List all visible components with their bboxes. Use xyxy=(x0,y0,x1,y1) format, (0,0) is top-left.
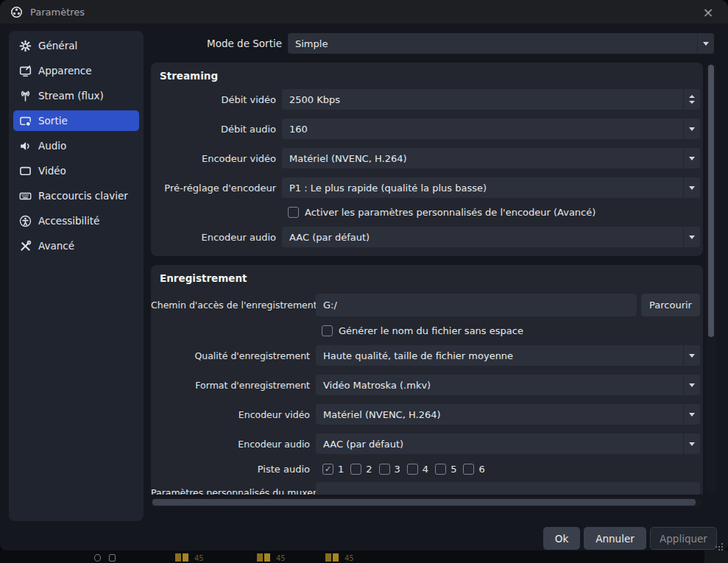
audio-bitrate-row: Débit audio 160 xyxy=(151,118,700,139)
screen: Paramètres Général Apparence xyxy=(0,0,728,563)
custom-encoder-settings-row: Activer les paramètres personnalisés de … xyxy=(151,207,703,218)
chevron-down-icon xyxy=(683,148,700,169)
custom-encoder-label: Activer les paramètres personnalisés de … xyxy=(305,207,596,218)
horizontal-scrollbar-thumb[interactable] xyxy=(152,499,696,506)
encoder-preset-label: Pré-réglage d'encodeur xyxy=(151,183,282,194)
sidebar-item-label: Raccourcis clavier xyxy=(38,190,128,202)
track-4-checkbox[interactable] xyxy=(407,464,418,475)
sidebar-item-label: Accessibilité xyxy=(38,215,99,227)
apply-button[interactable]: Appliquer xyxy=(650,527,717,550)
encoder-preset-row: Pré-réglage d'encodeur P1 : Le plus rapi… xyxy=(151,177,700,198)
filename-no-space-row: Générer le nom du fichier sans espace xyxy=(151,325,703,336)
recording-quality-row: Qualité d'enregistrement Haute qualité, … xyxy=(151,345,700,366)
sidebar-item-video[interactable]: Vidéo xyxy=(13,160,139,181)
horizontal-scrollbar[interactable] xyxy=(151,498,703,507)
audio-meter-icon xyxy=(257,553,270,562)
stream-audio-encoder-row: Encodeur audio AAC (par défaut) xyxy=(151,227,700,247)
ok-button[interactable]: Ok xyxy=(543,527,580,550)
sidebar-item-advanced[interactable]: Avancé xyxy=(13,236,139,256)
obs-logo-icon xyxy=(10,6,23,18)
spinner-arrows-icon[interactable] xyxy=(683,89,700,110)
track-6: 6 xyxy=(463,464,484,475)
recording-quality-select[interactable]: Haute qualité, taille de fichier moyenne xyxy=(316,345,700,366)
video-bitrate-spinner[interactable]: 2500 Kbps xyxy=(282,89,700,110)
track-5: 5 xyxy=(435,464,456,475)
settings-scroll-area: Streaming Débit vidéo 2500 Kbps Débit au… xyxy=(151,63,703,495)
rec-audio-encoder-select[interactable]: AAC (par défaut) xyxy=(316,433,700,454)
rec-audio-encoder-label: Encodeur audio xyxy=(151,439,316,450)
track-5-checkbox[interactable] xyxy=(435,464,446,475)
streaming-section-title: Streaming xyxy=(160,70,694,82)
encoder-preset-select[interactable]: P1 : Le plus rapide (qualité la plus bas… xyxy=(282,177,700,198)
browse-button[interactable]: Parcourir xyxy=(641,294,700,316)
sidebar-item-stream[interactable]: Stream (flux) xyxy=(13,85,139,106)
sidebar-item-hotkeys[interactable]: Raccourcis clavier xyxy=(13,185,139,206)
recording-path-input[interactable]: G:/ xyxy=(316,294,637,316)
track-3-checkbox[interactable] xyxy=(379,464,390,475)
accessibility-icon xyxy=(19,215,32,227)
stream-audio-encoder-select[interactable]: AAC (par défaut) xyxy=(282,227,700,247)
vertical-scrollbar-thumb[interactable] xyxy=(708,65,714,337)
muxer-settings-input[interactable] xyxy=(316,482,700,495)
background-icon xyxy=(94,554,101,562)
sidebar-item-label: Vidéo xyxy=(38,165,66,177)
track-6-checkbox[interactable] xyxy=(463,464,474,475)
recording-path-label: Chemin d'accès de l'enregistrement xyxy=(151,300,316,311)
custom-encoder-checkbox[interactable] xyxy=(288,207,299,218)
stream-video-encoder-select[interactable]: Matériel (NVENC, H.264) xyxy=(282,148,700,169)
output-mode-value: Simple xyxy=(288,38,697,49)
vertical-scrollbar[interactable] xyxy=(706,63,716,495)
recording-format-select[interactable]: Vidéo Matroska (.mkv) xyxy=(316,375,700,395)
video-bitrate-row: Débit vidéo 2500 Kbps xyxy=(151,89,700,110)
audio-bitrate-select[interactable]: 160 xyxy=(282,118,700,139)
rec-video-encoder-select[interactable]: Matériel (NVENC, H.264) xyxy=(316,404,700,425)
audio-meter-icon xyxy=(175,553,188,562)
recording-quality-label: Qualité d'enregistrement xyxy=(151,350,316,361)
appearance-icon xyxy=(19,65,32,77)
sidebar-item-label: Général xyxy=(38,40,77,52)
sidebar-item-label: Audio xyxy=(38,140,66,152)
meter-value: 45 xyxy=(194,554,204,562)
sidebar-item-general[interactable]: Général xyxy=(13,35,139,56)
settings-dialog: Paramètres Général Apparence xyxy=(0,0,728,550)
chevron-down-icon xyxy=(683,227,700,247)
keyboard-icon xyxy=(19,190,32,202)
close-icon[interactable] xyxy=(699,2,718,21)
audio-meter-icon xyxy=(325,553,339,562)
track-2: 2 xyxy=(350,464,372,475)
tools-icon xyxy=(19,240,32,252)
stream-audio-encoder-label: Encodeur audio xyxy=(151,232,282,243)
sidebar-item-label: Avancé xyxy=(38,240,74,252)
output-mode-label: Mode de Sortie xyxy=(147,33,282,54)
track-1-checkbox[interactable] xyxy=(322,464,333,475)
sidebar-item-accessibility[interactable]: Accessibilité xyxy=(13,210,139,231)
video-bitrate-label: Débit vidéo xyxy=(151,94,282,105)
sidebar-item-label: Sortie xyxy=(38,115,68,127)
resize-grip[interactable] xyxy=(715,546,717,548)
background-app-strip: 45 45 45 xyxy=(0,550,728,563)
cancel-button[interactable]: Annuler xyxy=(584,527,646,550)
sidebar-item-label: Apparence xyxy=(38,65,92,77)
monitor-icon xyxy=(19,165,32,177)
track-2-checkbox[interactable] xyxy=(350,464,361,475)
output-mode-select[interactable]: Simple xyxy=(288,33,714,54)
chevron-down-icon xyxy=(683,404,700,425)
recording-format-label: Format d'enregistrement xyxy=(151,380,316,391)
background-icon xyxy=(109,554,116,562)
speaker-icon xyxy=(19,140,32,152)
chevron-down-icon xyxy=(683,345,700,366)
audio-tracks-row: Piste audio 1 2 3 4 xyxy=(151,463,703,475)
filename-no-space-checkbox[interactable] xyxy=(322,325,333,336)
sidebar-item-output[interactable]: Sortie xyxy=(13,110,139,131)
audio-bitrate-label: Débit audio xyxy=(151,124,282,135)
settings-sidebar: Général Apparence Stream (flux) xyxy=(9,31,144,521)
meter-value: 45 xyxy=(344,554,354,562)
broadcast-icon xyxy=(19,90,32,102)
output-icon xyxy=(19,115,32,127)
stream-video-encoder-label: Encodeur vidéo xyxy=(151,153,282,164)
chevron-down-icon xyxy=(683,433,700,454)
chevron-down-icon xyxy=(697,33,714,54)
sidebar-item-audio[interactable]: Audio xyxy=(13,135,139,156)
sidebar-item-appearance[interactable]: Apparence xyxy=(13,60,139,81)
recording-path-row: Chemin d'accès de l'enregistrement G:/ P… xyxy=(151,294,700,316)
